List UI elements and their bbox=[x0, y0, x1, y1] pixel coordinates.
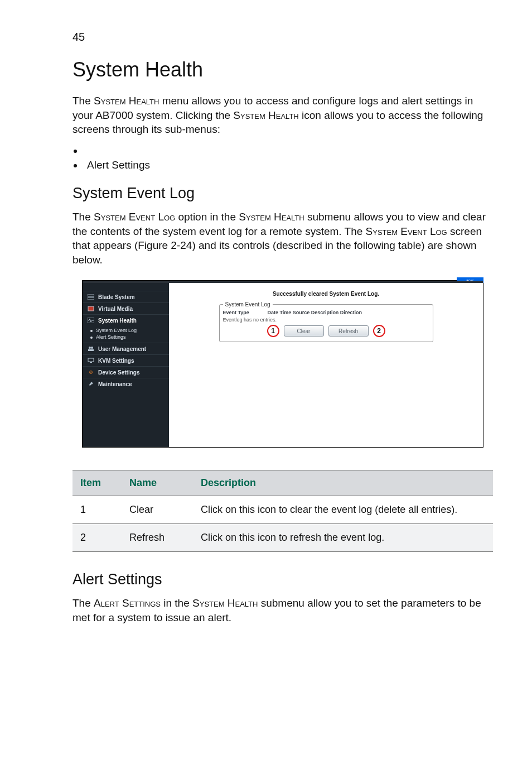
sidebar-sub: System Event Log Alert Settings bbox=[83, 326, 169, 343]
callout-marker-1: 1 bbox=[267, 325, 279, 337]
cell-item: 1 bbox=[72, 496, 122, 524]
th-name: Name bbox=[122, 470, 193, 496]
event-log-empty: Eventlog has no entries. bbox=[223, 315, 429, 325]
intro-paragraph: The System Health menu allows you to acc… bbox=[72, 94, 493, 137]
svg-rect-8 bbox=[90, 362, 92, 363]
screenshot-content: Successfully cleared System Event Log. S… bbox=[169, 283, 483, 447]
text-smallcaps: System Event Log bbox=[366, 225, 447, 237]
text-smallcaps: System Health bbox=[192, 597, 258, 609]
cell-desc: Click on this icon to clear the event lo… bbox=[193, 496, 493, 524]
sidebar-item-label: KVM Settings bbox=[98, 358, 134, 364]
section2-paragraph: The Alert Settings in the System Health … bbox=[72, 596, 493, 624]
section-heading-system-event-log: System Event Log bbox=[72, 185, 493, 202]
screenshot: acer Blade System Virtual Media bbox=[82, 280, 483, 448]
col-event-type: Event Type bbox=[223, 310, 262, 315]
svg-rect-6 bbox=[88, 349, 94, 351]
monitor-icon bbox=[87, 357, 95, 364]
text-smallcaps: Alert Settings bbox=[94, 597, 161, 609]
table-row: 1 Clear Click on this icon to clear the … bbox=[72, 496, 493, 524]
text-span: option in the bbox=[175, 211, 239, 223]
sidebar-item-label: Virtual Media bbox=[98, 306, 133, 312]
text-span: The bbox=[72, 597, 94, 609]
sidebar-item-user-management[interactable]: User Management bbox=[83, 343, 169, 354]
cell-name: Refresh bbox=[122, 524, 193, 552]
event-log-columns: Event Type Date Time Source Description … bbox=[223, 310, 429, 315]
callout-marker-2: 2 bbox=[373, 325, 385, 337]
sidebar-item-maintenance[interactable]: Maintenance bbox=[83, 378, 169, 390]
sidebar-item-device-settings[interactable]: Device Settings bbox=[83, 366, 169, 378]
sidebar-item-blade-system[interactable]: Blade System bbox=[83, 291, 169, 302]
text-smallcaps: System Health bbox=[94, 95, 159, 107]
sidebar-item-kvm-settings[interactable]: KVM Settings bbox=[83, 354, 169, 366]
th-description: Description bbox=[193, 470, 493, 496]
page-number: 45 bbox=[72, 31, 493, 44]
bullet-item bbox=[84, 145, 493, 157]
sidebar: Blade System Virtual Media System Health bbox=[83, 283, 169, 447]
svg-rect-7 bbox=[88, 358, 94, 362]
disk-icon bbox=[87, 305, 95, 312]
sidebar-item-label: Maintenance bbox=[98, 381, 132, 387]
section-heading-alert-settings: Alert Settings bbox=[72, 571, 493, 588]
cell-name: Clear bbox=[122, 496, 193, 524]
text-span: The bbox=[72, 95, 94, 107]
sidebar-nav: Blade System Virtual Media System Health bbox=[83, 283, 169, 390]
page-title: System Health bbox=[72, 58, 493, 81]
sidebar-item-virtual-media[interactable]: Virtual Media bbox=[83, 302, 169, 314]
sidebar-subitem-system-event-log[interactable]: System Event Log bbox=[90, 327, 169, 334]
svg-rect-0 bbox=[88, 294, 94, 296]
refresh-button[interactable]: Refresh bbox=[328, 325, 369, 337]
sidebar-subitem-alert-settings[interactable]: Alert Settings bbox=[90, 334, 169, 340]
sidebar-item-label: System Health bbox=[98, 318, 137, 324]
sidebar-item-system-health[interactable]: System Health bbox=[83, 314, 169, 326]
screenshot-figure: acer Blade System Virtual Media bbox=[82, 280, 483, 448]
text-smallcaps: System Event Log bbox=[94, 211, 175, 223]
users-icon bbox=[87, 345, 95, 352]
status-message: Successfully cleared System Event Log. bbox=[169, 283, 483, 301]
cell-item: 2 bbox=[72, 524, 122, 552]
cell-desc: Click on this icon to refresh the event … bbox=[193, 524, 493, 552]
text-span: in the bbox=[161, 597, 192, 609]
text-smallcaps: System Health bbox=[233, 109, 298, 121]
bullet-list: Alert Settings bbox=[72, 145, 493, 171]
svg-point-5 bbox=[91, 347, 93, 349]
panel-legend: System Event Log bbox=[223, 301, 273, 307]
sidebar-item-label: User Management bbox=[98, 346, 146, 352]
system-event-log-panel: System Event Log Event Type Date Time So… bbox=[219, 301, 433, 342]
svg-point-4 bbox=[89, 347, 91, 349]
bullet-item: Alert Settings bbox=[84, 159, 493, 171]
table-row: 2 Refresh Click on this icon to refresh … bbox=[72, 524, 493, 552]
svg-point-10 bbox=[90, 372, 91, 373]
gear-icon bbox=[87, 369, 95, 376]
sidebar-item-label: Device Settings bbox=[98, 369, 139, 376]
col-rest: Date Time Source Description Direction bbox=[268, 310, 362, 315]
svg-rect-1 bbox=[88, 297, 94, 300]
th-item: Item bbox=[72, 470, 122, 496]
text-smallcaps: System Health bbox=[239, 211, 304, 223]
wrench-icon bbox=[87, 381, 95, 387]
text-span: The bbox=[72, 211, 94, 223]
blade-icon bbox=[87, 294, 95, 300]
clear-button[interactable]: Clear bbox=[284, 325, 324, 337]
heartbeat-icon bbox=[87, 317, 95, 324]
svg-rect-2 bbox=[88, 306, 94, 311]
section1-paragraph: The System Event Log option in the Syste… bbox=[72, 210, 493, 267]
button-row: 1 Clear Refresh 2 bbox=[223, 325, 429, 337]
controls-table: Item Name Description 1 Clear Click on t… bbox=[72, 470, 493, 552]
sidebar-item-label: Blade System bbox=[98, 294, 135, 300]
